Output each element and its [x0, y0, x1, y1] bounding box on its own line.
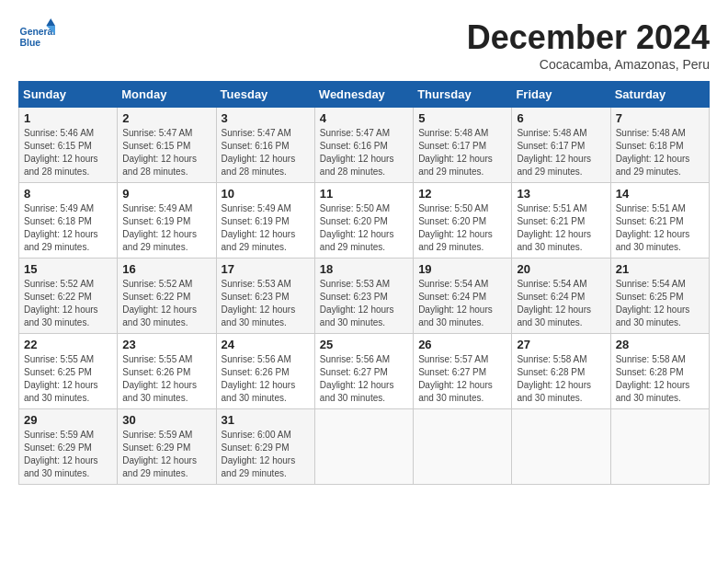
calendar-cell: 11 Sunrise: 5:50 AM Sunset: 6:20 PM Dayl…: [314, 183, 413, 259]
day-number: 17: [222, 262, 310, 276]
day-number: 29: [24, 413, 112, 427]
calendar-cell: 9 Sunrise: 5:49 AM Sunset: 6:19 PM Dayli…: [118, 183, 216, 259]
day-info: Sunrise: 5:52 AM Sunset: 6:22 PM Dayligh…: [122, 278, 210, 329]
calendar-cell: 8 Sunrise: 5:49 AM Sunset: 6:18 PM Dayli…: [19, 183, 118, 259]
day-number: 19: [418, 262, 506, 276]
calendar-cell: [314, 409, 413, 485]
day-number: 11: [320, 187, 408, 201]
col-monday: Monday: [118, 82, 216, 108]
day-info: Sunrise: 5:50 AM Sunset: 6:20 PM Dayligh…: [418, 202, 506, 254]
calendar-cell: 31 Sunrise: 6:00 AM Sunset: 6:29 PM Dayl…: [216, 409, 314, 485]
day-info: Sunrise: 5:59 AM Sunset: 6:29 PM Dayligh…: [122, 429, 210, 480]
col-wednesday: Wednesday: [314, 82, 413, 108]
day-number: 5: [418, 111, 506, 125]
day-number: 28: [616, 338, 704, 351]
calendar-week-row: 15 Sunrise: 5:52 AM Sunset: 6:22 PM Dayl…: [19, 259, 710, 334]
calendar-week-row: 1 Sunrise: 5:46 AM Sunset: 6:15 PM Dayli…: [19, 108, 710, 183]
calendar-cell: 18 Sunrise: 5:53 AM Sunset: 6:23 PM Dayl…: [314, 259, 413, 334]
day-number: 13: [517, 187, 605, 201]
day-number: 15: [24, 262, 112, 276]
day-number: 30: [122, 413, 210, 427]
calendar-cell: 20 Sunrise: 5:54 AM Sunset: 6:24 PM Dayl…: [512, 259, 610, 334]
day-number: 14: [616, 187, 704, 201]
calendar-cell: 15 Sunrise: 5:52 AM Sunset: 6:22 PM Dayl…: [19, 259, 118, 334]
day-number: 4: [320, 111, 408, 125]
calendar-cell: 25 Sunrise: 5:56 AM Sunset: 6:27 PM Dayl…: [314, 334, 413, 409]
calendar-cell: 22 Sunrise: 5:55 AM Sunset: 6:25 PM Dayl…: [19, 334, 118, 409]
day-number: 7: [616, 111, 704, 125]
col-tuesday: Tuesday: [216, 82, 314, 108]
calendar-cell: 28 Sunrise: 5:58 AM Sunset: 6:28 PM Dayl…: [610, 334, 709, 409]
location: Cocacamba, Amazonas, Peru: [467, 57, 710, 72]
day-info: Sunrise: 5:55 AM Sunset: 6:26 PM Dayligh…: [122, 353, 210, 405]
day-info: Sunrise: 5:55 AM Sunset: 6:25 PM Dayligh…: [24, 353, 112, 405]
calendar-cell: 14 Sunrise: 5:51 AM Sunset: 6:21 PM Dayl…: [610, 183, 709, 259]
day-number: 3: [222, 111, 310, 125]
day-number: 31: [222, 413, 310, 427]
day-info: Sunrise: 5:47 AM Sunset: 6:15 PM Dayligh…: [122, 127, 210, 178]
col-sunday: Sunday: [19, 82, 118, 108]
day-number: 1: [24, 111, 112, 125]
svg-marker-2: [46, 18, 55, 26]
day-info: Sunrise: 5:47 AM Sunset: 6:16 PM Dayligh…: [222, 127, 310, 178]
day-info: Sunrise: 5:51 AM Sunset: 6:21 PM Dayligh…: [616, 202, 704, 254]
calendar-body: 1 Sunrise: 5:46 AM Sunset: 6:15 PM Dayli…: [19, 108, 710, 485]
calendar-cell: [414, 409, 512, 485]
calendar-cell: [512, 409, 610, 485]
calendar-cell: 6 Sunrise: 5:48 AM Sunset: 6:17 PM Dayli…: [512, 108, 610, 183]
title-block: December 2024 Cocacamba, Amazonas, Peru: [467, 18, 710, 72]
day-number: 27: [517, 338, 605, 351]
day-info: Sunrise: 5:49 AM Sunset: 6:18 PM Dayligh…: [24, 202, 112, 254]
day-info: Sunrise: 5:54 AM Sunset: 6:24 PM Dayligh…: [418, 278, 506, 329]
day-info: Sunrise: 6:00 AM Sunset: 6:29 PM Dayligh…: [222, 429, 310, 480]
calendar-cell: 5 Sunrise: 5:48 AM Sunset: 6:17 PM Dayli…: [414, 108, 512, 183]
calendar-cell: 1 Sunrise: 5:46 AM Sunset: 6:15 PM Dayli…: [19, 108, 118, 183]
svg-text:Blue: Blue: [20, 38, 41, 48]
day-info: Sunrise: 5:50 AM Sunset: 6:20 PM Dayligh…: [320, 202, 408, 254]
day-number: 24: [222, 338, 310, 351]
col-friday: Friday: [512, 82, 610, 108]
col-saturday: Saturday: [610, 82, 709, 108]
calendar-cell: 19 Sunrise: 5:54 AM Sunset: 6:24 PM Dayl…: [414, 259, 512, 334]
day-info: Sunrise: 5:56 AM Sunset: 6:27 PM Dayligh…: [320, 353, 408, 405]
calendar-cell: 30 Sunrise: 5:59 AM Sunset: 6:29 PM Dayl…: [118, 409, 216, 485]
calendar-cell: 7 Sunrise: 5:48 AM Sunset: 6:18 PM Dayli…: [610, 108, 709, 183]
day-number: 12: [418, 187, 506, 201]
day-info: Sunrise: 5:54 AM Sunset: 6:25 PM Dayligh…: [616, 278, 704, 329]
day-number: 9: [122, 187, 210, 201]
calendar-cell: 2 Sunrise: 5:47 AM Sunset: 6:15 PM Dayli…: [118, 108, 216, 183]
day-info: Sunrise: 5:48 AM Sunset: 6:17 PM Dayligh…: [517, 127, 605, 178]
col-thursday: Thursday: [414, 82, 512, 108]
day-number: 22: [24, 338, 112, 351]
calendar-cell: [610, 409, 709, 485]
day-info: Sunrise: 5:54 AM Sunset: 6:24 PM Dayligh…: [517, 278, 605, 329]
calendar-table: Sunday Monday Tuesday Wednesday Thursday…: [18, 81, 710, 485]
calendar-cell: 10 Sunrise: 5:49 AM Sunset: 6:19 PM Dayl…: [216, 183, 314, 259]
day-number: 18: [320, 262, 408, 276]
day-info: Sunrise: 5:48 AM Sunset: 6:17 PM Dayligh…: [418, 127, 506, 178]
calendar-week-row: 29 Sunrise: 5:59 AM Sunset: 6:29 PM Dayl…: [19, 409, 710, 485]
day-number: 20: [517, 262, 605, 276]
month-title: December 2024: [467, 18, 710, 57]
day-info: Sunrise: 5:59 AM Sunset: 6:29 PM Dayligh…: [24, 429, 112, 480]
day-info: Sunrise: 5:58 AM Sunset: 6:28 PM Dayligh…: [616, 353, 704, 405]
day-info: Sunrise: 5:53 AM Sunset: 6:23 PM Dayligh…: [320, 278, 408, 329]
calendar-cell: 29 Sunrise: 5:59 AM Sunset: 6:29 PM Dayl…: [19, 409, 118, 485]
logo-icon: General Blue: [18, 18, 55, 55]
day-number: 21: [616, 262, 704, 276]
day-info: Sunrise: 5:52 AM Sunset: 6:22 PM Dayligh…: [24, 278, 112, 329]
calendar-cell: 27 Sunrise: 5:58 AM Sunset: 6:28 PM Dayl…: [512, 334, 610, 409]
calendar-header-row: Sunday Monday Tuesday Wednesday Thursday…: [19, 82, 710, 108]
day-info: Sunrise: 5:46 AM Sunset: 6:15 PM Dayligh…: [24, 127, 112, 178]
page-header: General Blue December 2024 Cocacamba, Am…: [18, 18, 710, 72]
day-info: Sunrise: 5:56 AM Sunset: 6:26 PM Dayligh…: [222, 353, 310, 405]
day-info: Sunrise: 5:51 AM Sunset: 6:21 PM Dayligh…: [517, 202, 605, 254]
day-number: 6: [517, 111, 605, 125]
day-info: Sunrise: 5:47 AM Sunset: 6:16 PM Dayligh…: [320, 127, 408, 178]
day-info: Sunrise: 5:49 AM Sunset: 6:19 PM Dayligh…: [222, 202, 310, 254]
calendar-cell: 26 Sunrise: 5:57 AM Sunset: 6:27 PM Dayl…: [414, 334, 512, 409]
calendar-cell: 4 Sunrise: 5:47 AM Sunset: 6:16 PM Dayli…: [314, 108, 413, 183]
calendar-cell: 24 Sunrise: 5:56 AM Sunset: 6:26 PM Dayl…: [216, 334, 314, 409]
logo: General Blue: [18, 18, 59, 55]
day-number: 25: [320, 338, 408, 351]
